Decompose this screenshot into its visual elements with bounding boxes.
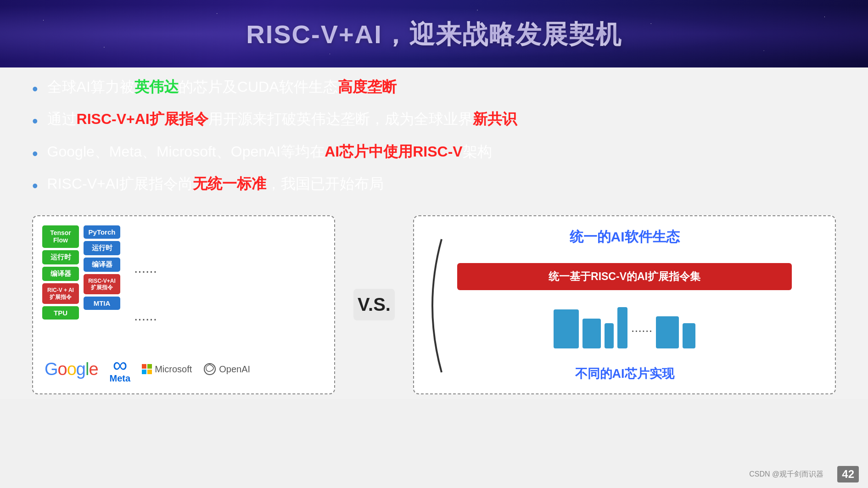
meta-logo: ∞ Meta	[110, 355, 131, 384]
bullet-1: • 全球AI算力被英伟达的芯片及CUDA软件生态高度垄断	[32, 77, 836, 101]
pytorch-label: PyTorch	[84, 225, 120, 239]
highlight-no-standard: 无统一标准	[193, 175, 266, 192]
tensorflow-stack: TensorFlow 运行时 编译器 RIC-V + AI扩展指令 TPU	[42, 225, 79, 320]
stacks-dots: ...... ......	[134, 235, 157, 349]
tensorflow-runtime: 运行时	[42, 250, 79, 264]
tensorflow-compiler: 编译器	[42, 267, 79, 281]
chips-dots: ......	[631, 320, 653, 335]
chip-2	[582, 319, 601, 348]
bullet-2-text: 通过RISC-V+AI扩展指令用开源来打破英伟达垄断，成为全球业界新共识	[47, 109, 517, 129]
right-bottom-text: 不同的AI芯片实现	[575, 365, 674, 382]
bullet-list: • 全球AI算力被英伟达的芯片及CUDA软件生态高度垄断 • 通过RISC-V+…	[32, 77, 836, 211]
stacks-container: TensorFlow 运行时 编译器 RIC-V + AI扩展指令 TPU Py…	[42, 225, 325, 349]
dots-2: ......	[134, 308, 157, 324]
openai-text: OpenAI	[219, 364, 250, 375]
chip-5	[656, 316, 679, 348]
slide-title: RISC-V+AI，迎来战略发展契机	[0, 8, 868, 59]
watermark: CSDN @观千剑而识器	[749, 470, 823, 479]
tensorflow-label: TensorFlow	[42, 225, 79, 248]
pytorch-runtime: 运行时	[84, 241, 120, 255]
pytorch-compiler: 编译器	[84, 258, 120, 272]
highlight-ai-chip-riscv: AI芯片中使用RISC-V	[325, 143, 462, 160]
pytorch-riscv: RISC-V+AI扩展指令	[84, 274, 120, 295]
header: RISC-V+AI，迎来战略发展契机	[0, 0, 868, 67]
meta-text: Meta	[110, 373, 131, 384]
vs-text: V.S.	[358, 294, 391, 314]
highlight-nvidia: 英伟达	[134, 79, 179, 95]
vs-separator: V.S.	[353, 289, 395, 320]
page-number: 42	[837, 466, 859, 482]
right-diagram-box: 统一的AI软件生态 统一基于RISC-V的AI扩展指令集 ...... 不同的A…	[413, 215, 836, 394]
chip-1	[554, 309, 579, 348]
chip-4	[617, 307, 627, 348]
logo-row: Google ∞ Meta	[42, 355, 325, 384]
left-diagram-box: TensorFlow 运行时 编译器 RIC-V + AI扩展指令 TPU Py…	[32, 215, 335, 394]
bullet-dot-1: •	[32, 78, 38, 101]
google-logo: Google	[45, 359, 98, 379]
bullet-4-text: RISC-V+AI扩展指令尚无统一标准，我国已开始布局	[47, 174, 384, 194]
microsoft-grid-icon	[142, 364, 152, 374]
bullet-dot-2: •	[32, 110, 38, 133]
highlight-riscv-ai: RISC-V+AI扩展指令	[77, 111, 208, 127]
tensorflow-tpu: TPU	[42, 306, 79, 320]
slide: RISC-V+AI，迎来战略发展契机 • 全球AI算力被英伟达的芯片及CUDA软…	[0, 0, 868, 488]
microsoft-text: Microsoft	[155, 364, 192, 375]
right-red-bar: 统一基于RISC-V的AI扩展指令集	[457, 263, 791, 290]
right-top-text: 统一的AI软件生态	[570, 228, 680, 247]
chip-6	[683, 323, 695, 348]
pytorch-mtia: MTIA	[84, 297, 120, 310]
bullet-dot-4: •	[32, 174, 38, 197]
highlight-consensus: 新共识	[473, 111, 517, 127]
footer: CSDN @观千剑而识器 42	[749, 466, 859, 482]
openai-icon	[203, 363, 216, 376]
bullet-3-text: Google、Meta、Microsoft、OpenAI等均在AI芯片中使用RI…	[47, 141, 492, 162]
dots-1: ......	[134, 260, 157, 276]
bullet-2: • 通过RISC-V+AI扩展指令用开源来打破英伟达垄断，成为全球业界新共识	[32, 109, 836, 133]
bullet-1-text: 全球AI算力被英伟达的芯片及CUDA软件生态高度垄断	[47, 77, 397, 97]
bullet-3: • Google、Meta、Microsoft、OpenAI等均在AI芯片中使用…	[32, 141, 836, 165]
meta-infinity-icon: ∞	[113, 355, 127, 375]
bullet-dot-3: •	[32, 142, 38, 165]
openai-logo: OpenAI	[203, 363, 250, 376]
pytorch-stack: PyTorch 运行时 编译器 RISC-V+AI扩展指令 MTIA	[84, 225, 120, 310]
microsoft-logo: Microsoft	[142, 364, 192, 375]
chip-3	[605, 323, 614, 348]
highlight-monopoly: 高度垄断	[338, 79, 397, 95]
tensorflow-riscv: RIC-V + AI扩展指令	[42, 283, 79, 304]
bullet-4: • RISC-V+AI扩展指令尚无统一标准，我国已开始布局	[32, 174, 836, 197]
